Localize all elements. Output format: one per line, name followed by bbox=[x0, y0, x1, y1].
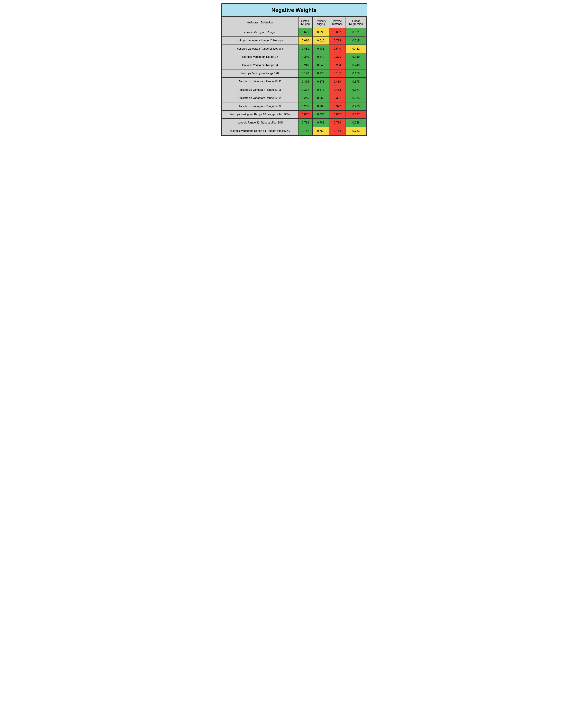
cell-value: 0.170 bbox=[298, 69, 312, 78]
cell-value: 0.240 bbox=[312, 61, 329, 69]
table-row: Isotropic variogram Range 64. Nugget eff… bbox=[222, 127, 366, 135]
cell-value: 0.265 bbox=[298, 94, 312, 102]
cell-value: 0.481 bbox=[312, 45, 329, 53]
row-label: Anisotropic Variogram Range 32-64 bbox=[222, 94, 298, 102]
cell-value: 0.377 bbox=[346, 86, 366, 94]
cell-value: 0.836 bbox=[312, 110, 329, 119]
cell-value: 0.170 bbox=[312, 69, 329, 78]
cell-value: 0.375 bbox=[329, 53, 346, 61]
cell-value: 0.691 bbox=[346, 28, 366, 36]
row-label: Isotropic Variogram Range 64 bbox=[222, 61, 298, 69]
cell-value: 0.807 bbox=[329, 28, 346, 36]
cell-value: 0.837 bbox=[298, 110, 312, 119]
cell-value: 0.240 bbox=[298, 61, 312, 69]
table-title: Negative Weights bbox=[222, 4, 366, 17]
table-row: Isotropic Variogram Range 80.6910.6930.8… bbox=[222, 28, 366, 36]
cell-value: 0.616 bbox=[312, 36, 329, 44]
cell-value: 0.789 bbox=[329, 119, 346, 127]
cell-value: 0.375 bbox=[298, 78, 312, 86]
cell-value: 0.265 bbox=[346, 94, 366, 102]
table-row: Isotropic Variogram Range 16 Isotropic0.… bbox=[222, 45, 366, 53]
cell-value: 0.264 bbox=[329, 61, 346, 69]
row-label: Isotropic Variogram Range 128 bbox=[222, 69, 298, 78]
cell-value: 0.540 bbox=[329, 45, 346, 53]
row-label: Isotropic Variogram Range 10 Isotropic bbox=[222, 36, 298, 44]
header-col0: Variogram Definition bbox=[222, 17, 298, 28]
header-col1: SimpleKriging bbox=[298, 17, 312, 28]
cell-value: 0.340 bbox=[346, 53, 366, 61]
table-row: Anisotropic Variogram Range 32-640.2650.… bbox=[222, 94, 366, 102]
cell-value: 0.788 bbox=[312, 119, 329, 127]
cell-value: 0.615 bbox=[346, 36, 366, 44]
cell-value: 0.763 bbox=[346, 127, 366, 135]
cell-value: 0.322 bbox=[329, 102, 346, 110]
cell-value: 0.375 bbox=[312, 78, 329, 86]
cell-value: 0.377 bbox=[312, 86, 329, 94]
row-label: Isotropic Variogram Range 16 Isotropic bbox=[222, 45, 298, 53]
cell-value: 0.482 bbox=[346, 45, 366, 53]
cell-value: 0.788 bbox=[298, 119, 312, 127]
cell-value: 0.691 bbox=[298, 28, 312, 36]
cell-value: 0.459 bbox=[329, 78, 346, 86]
row-label: Isotropic variogram Range 64. Nugget eff… bbox=[222, 127, 298, 135]
cell-value: 0.375 bbox=[346, 78, 366, 86]
cell-value: 0.464 bbox=[329, 86, 346, 94]
cell-value: 0.616 bbox=[298, 36, 312, 44]
header-row: Variogram Definition SimpleKriging Ordin… bbox=[222, 17, 366, 28]
table-row: Isotropic Range 32. Nugget effect 50%0.7… bbox=[222, 119, 366, 127]
cell-value: 0.340 bbox=[312, 53, 329, 61]
row-label: Isotropic Variogram Range 32 bbox=[222, 53, 298, 61]
cell-value: 0.265 bbox=[312, 94, 329, 102]
row-label: Isotropic variogram Range 16. Nugget eff… bbox=[222, 110, 298, 119]
cell-value: 0.187 bbox=[329, 69, 346, 78]
cell-value: 0.788 bbox=[346, 119, 366, 127]
table-row: Isotropic Variogram Range 10 Isotropic0.… bbox=[222, 36, 366, 44]
row-label: Anisotropic Variogram Range 32-16 bbox=[222, 86, 298, 94]
data-table: Variogram Definition SimpleKriging Ordin… bbox=[222, 17, 366, 135]
table-row: Anisotropic Variogram Range 16-320.3750.… bbox=[222, 78, 366, 86]
table-row: Anisotropic Variogram Range 64-320.2660.… bbox=[222, 102, 366, 110]
table-row: Anisotropic Variogram Range 32-160.3770.… bbox=[222, 86, 366, 94]
cell-value: 0.266 bbox=[298, 102, 312, 110]
cell-value: 0.340 bbox=[298, 53, 312, 61]
header-col3: InverseDistance bbox=[329, 17, 346, 28]
cell-value: 0.763 bbox=[312, 127, 329, 135]
cell-value: 0.377 bbox=[298, 86, 312, 94]
cell-value: 0.693 bbox=[312, 28, 329, 36]
cell-value: 0.481 bbox=[298, 45, 312, 53]
cell-value: 0.713 bbox=[329, 36, 346, 44]
header-col4: LinearRegression bbox=[346, 17, 366, 28]
table-row: Isotropic Variogram Range 640.2400.2400.… bbox=[222, 61, 366, 69]
cell-value: 0.240 bbox=[346, 61, 366, 69]
cell-value: 0.266 bbox=[346, 102, 366, 110]
cell-value: 0.170 bbox=[346, 69, 366, 78]
cell-value: 0.266 bbox=[312, 102, 329, 110]
table-row: Isotropic variogram Range 16. Nugget eff… bbox=[222, 110, 366, 119]
row-label: Anisotropic Variogram Range 16-32 bbox=[222, 78, 298, 86]
row-label: Anisotropic Variogram Range 64-32 bbox=[222, 102, 298, 110]
header-col2: OrdinaryKriging bbox=[312, 17, 329, 28]
row-label: Isotropic Range 32. Nugget effect 50% bbox=[222, 119, 298, 127]
cell-value: 0.837 bbox=[346, 110, 366, 119]
row-label: Isotropic Variogram Range 8 bbox=[222, 28, 298, 36]
main-container: Negative Weights Variogram Definition Si… bbox=[221, 3, 367, 136]
cell-value: 0.766 bbox=[329, 127, 346, 135]
table-row: Isotropic Variogram Range 1280.1700.1700… bbox=[222, 69, 366, 78]
table-row: Isotropic Variogram Range 320.3400.3400.… bbox=[222, 53, 366, 61]
cell-value: 0.837 bbox=[329, 110, 346, 119]
cell-value: 0.762 bbox=[298, 127, 312, 135]
cell-value: 0.321 bbox=[329, 94, 346, 102]
